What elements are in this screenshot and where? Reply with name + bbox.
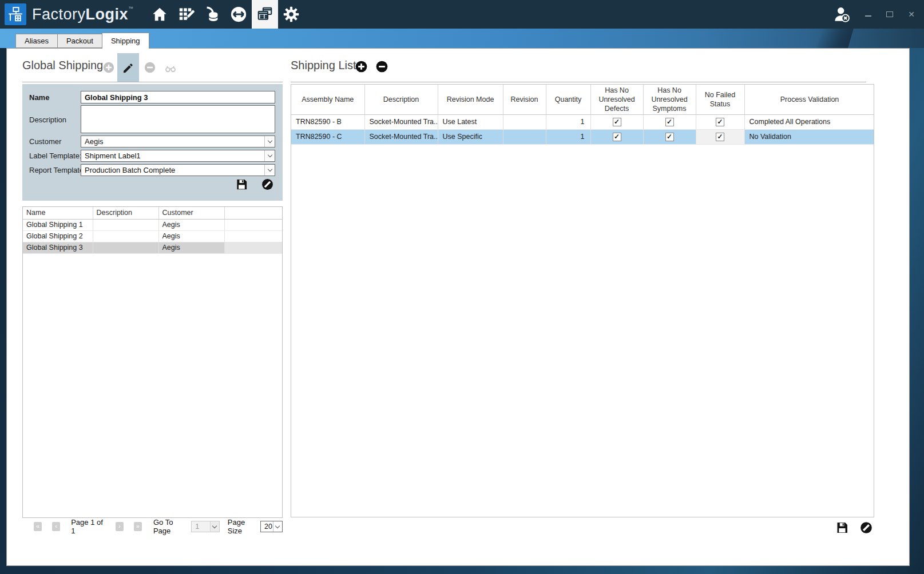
checkbox[interactable]: ✓ bbox=[665, 118, 674, 126]
checkbox[interactable]: ✓ bbox=[716, 133, 724, 141]
strip-slash-decoration bbox=[816, 29, 854, 48]
page-size-label: Page Size bbox=[228, 518, 257, 535]
col-name[interactable]: Name bbox=[23, 207, 93, 219]
checkbox[interactable]: ✓ bbox=[613, 118, 621, 126]
global-shipping-section: Global Shipping Name Description Custome… bbox=[22, 49, 283, 565]
remove-icon[interactable] bbox=[144, 61, 156, 74]
minimize-button[interactable] bbox=[863, 10, 873, 19]
home-icon[interactable] bbox=[146, 0, 173, 29]
report-template-label: Report Template bbox=[29, 166, 84, 174]
first-page-button[interactable]: « bbox=[34, 522, 42, 531]
col-quantity[interactable]: Quantity bbox=[546, 85, 590, 114]
checkbox[interactable]: ✓ bbox=[665, 133, 674, 141]
table-header-row: Assembly Name Description Revision Mode … bbox=[291, 85, 874, 114]
settings-icon[interactable] bbox=[278, 0, 304, 29]
name-label: Name bbox=[29, 93, 49, 102]
save-icon[interactable] bbox=[835, 521, 849, 535]
page-size-select[interactable]: 20 bbox=[260, 521, 283, 532]
description-field[interactable] bbox=[81, 105, 275, 133]
col-customer[interactable]: Customer bbox=[158, 207, 224, 219]
col-revision[interactable]: Revision bbox=[503, 85, 546, 114]
workbench-icon bbox=[7, 6, 24, 23]
shipping-list-table: Assembly Name Description Revision Mode … bbox=[291, 84, 874, 517]
add-icon[interactable] bbox=[102, 61, 115, 74]
save-icon[interactable] bbox=[235, 178, 248, 191]
description-label: Description bbox=[29, 115, 66, 124]
next-page-button[interactable]: › bbox=[116, 522, 124, 531]
col-assembly-name[interactable]: Assembly Name bbox=[291, 85, 364, 114]
global-shipping-form: Name Description Customer Aegis Label Te… bbox=[22, 84, 283, 201]
col-description[interactable]: Description bbox=[93, 207, 158, 219]
remove-icon[interactable] bbox=[375, 60, 388, 73]
tab-packout[interactable]: Packout bbox=[57, 34, 102, 48]
divider bbox=[291, 82, 866, 82]
previous-page-button[interactable]: ‹ bbox=[52, 522, 60, 531]
transfer-icon[interactable] bbox=[225, 0, 252, 29]
documents-icon[interactable] bbox=[252, 0, 278, 29]
close-button[interactable]: ✕ bbox=[907, 10, 916, 19]
chevron-down-icon[interactable] bbox=[273, 521, 282, 532]
cancel-icon[interactable] bbox=[261, 178, 274, 191]
maximize-button[interactable] bbox=[885, 10, 894, 19]
chevron-down-icon[interactable] bbox=[264, 150, 275, 161]
title-bar: FactoryLogix™ bbox=[0, 0, 924, 29]
chevron-down-icon[interactable] bbox=[264, 136, 275, 147]
table-header-row: Name Description Customer bbox=[23, 207, 283, 219]
tab-shipping[interactable]: Shipping bbox=[102, 33, 149, 49]
table-row[interactable]: Global Shipping 2 Aegis bbox=[23, 230, 283, 242]
window-controls: ✕ bbox=[863, 10, 916, 19]
binoculars-icon[interactable] bbox=[164, 62, 177, 75]
edit-pencil-button[interactable] bbox=[117, 53, 139, 82]
table-row[interactable]: Global Shipping 1 Aegis bbox=[23, 219, 283, 230]
titlebar-right: ✕ bbox=[832, 5, 916, 23]
grid-edit-icon[interactable] bbox=[173, 0, 199, 29]
content-panel: Global Shipping Name Description Custome… bbox=[6, 48, 910, 566]
shipping-list-title: Shipping List bbox=[291, 59, 356, 72]
col-has-no-unresolved-defects[interactable]: Has No Unresolved Defects bbox=[590, 85, 643, 114]
form-actions bbox=[235, 178, 274, 191]
customer-select[interactable]: Aegis bbox=[81, 135, 275, 148]
table-row-selected[interactable]: Global Shipping 3 Aegis bbox=[23, 242, 283, 253]
tab-bar: Aliases Packout Shipping bbox=[15, 33, 149, 49]
cancel-icon[interactable] bbox=[859, 521, 873, 535]
divider bbox=[22, 82, 283, 82]
table-row-selected[interactable]: TRN82590 - C Socket-Mounted Tra... Use S… bbox=[291, 129, 874, 144]
col-has-no-unresolved-symptoms[interactable]: Has No Unresolved Symptoms bbox=[643, 85, 696, 114]
database-import-icon[interactable] bbox=[199, 0, 225, 29]
col-process-validation[interactable]: Process Validation bbox=[744, 85, 874, 114]
report-template-select[interactable]: Production Batch Complete bbox=[81, 164, 275, 176]
label-template-select[interactable]: Shipment Label1 bbox=[81, 150, 275, 162]
checkbox[interactable]: ✓ bbox=[613, 133, 621, 141]
page-indicator: Page 1 of 1 bbox=[71, 518, 105, 535]
chevron-down-icon[interactable] bbox=[264, 165, 275, 176]
last-page-button[interactable]: » bbox=[134, 522, 142, 531]
global-shipping-table: Name Description Customer Global Shippin… bbox=[22, 206, 283, 518]
goto-page-label: Go To Page bbox=[153, 518, 188, 535]
name-field[interactable] bbox=[81, 91, 275, 103]
edit-pencil-icon bbox=[122, 62, 134, 74]
chevron-down-icon bbox=[210, 521, 219, 532]
pagination-bar: « ‹ Page 1 of 1 › » Go To Page 1 Page Si… bbox=[22, 520, 283, 533]
user-logout-icon[interactable] bbox=[832, 5, 851, 23]
col-empty bbox=[224, 207, 283, 219]
col-no-failed-status[interactable]: No Failed Status bbox=[696, 85, 744, 114]
global-shipping-title: Global Shipping bbox=[22, 59, 103, 72]
add-icon[interactable] bbox=[355, 60, 368, 73]
goto-page-input[interactable]: 1 bbox=[191, 521, 220, 532]
main-nav bbox=[146, 0, 304, 29]
window-frame: { "titlebar": { "brand_light": "Factory"… bbox=[0, 0, 924, 574]
table-row[interactable]: TRN82590 - B Socket-Mounted Tra... Use L… bbox=[291, 114, 874, 129]
customer-label: Customer bbox=[29, 137, 61, 146]
checkbox[interactable]: ✓ bbox=[716, 118, 724, 126]
app-title: FactoryLogix™ bbox=[32, 6, 134, 23]
shipping-list-section: Shipping List Assembly Name Description … bbox=[291, 49, 874, 565]
shipping-list-actions bbox=[835, 521, 873, 535]
col-description[interactable]: Description bbox=[364, 85, 438, 114]
app-logo bbox=[5, 3, 26, 25]
label-template-label: Label Template: bbox=[29, 152, 82, 160]
col-revision-mode[interactable]: Revision Mode bbox=[438, 85, 503, 114]
tab-aliases[interactable]: Aliases bbox=[15, 34, 58, 48]
